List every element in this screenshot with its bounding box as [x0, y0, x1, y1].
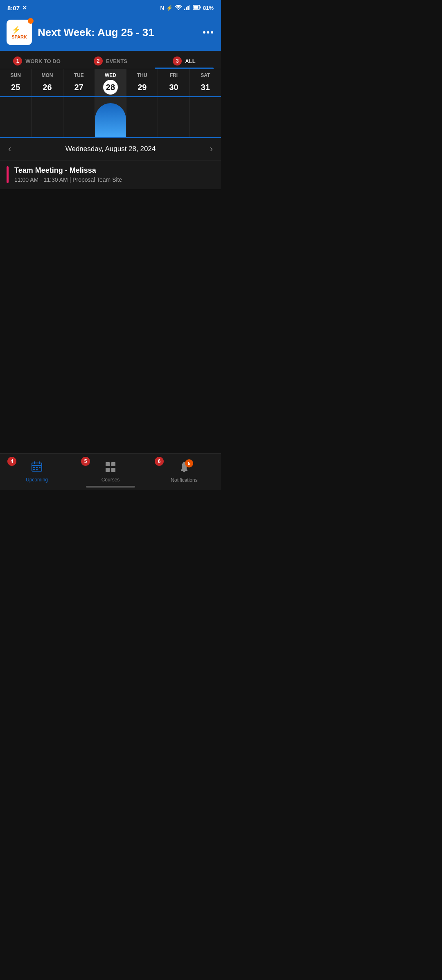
- svg-rect-6: [200, 6, 201, 8]
- cal-day-name-sat: SAT: [201, 72, 210, 78]
- cal-day-num-sat: 31: [198, 80, 213, 95]
- svg-rect-9: [32, 465, 42, 466]
- cal-day-num-thu: 29: [135, 80, 149, 95]
- cal-col-sat[interactable]: SAT 31: [190, 69, 221, 96]
- event-info: Team Meeting - Melissa 11:00 AM - 11:30 …: [14, 166, 122, 183]
- tab-events[interactable]: 2 EVENTS: [74, 52, 147, 69]
- cal-col-tue[interactable]: TUE 27: [63, 69, 95, 96]
- status-icon: ✕: [22, 5, 27, 11]
- chart-col-mon: [32, 97, 63, 137]
- svg-rect-4: [189, 5, 190, 10]
- svg-rect-17: [106, 462, 110, 466]
- cal-day-num-mon: 26: [40, 80, 54, 95]
- svg-rect-20: [111, 468, 115, 472]
- tab-badge-2: 2: [94, 56, 103, 65]
- svg-rect-2: [186, 7, 187, 10]
- wifi-icon: [175, 5, 182, 11]
- calendar-icon: [31, 461, 43, 475]
- svg-rect-15: [33, 469, 35, 470]
- chart-col-sat: [190, 97, 221, 137]
- battery-icon: [193, 5, 201, 11]
- nav-badge-4: 4: [7, 457, 16, 466]
- nav-badge-6: 6: [155, 457, 164, 466]
- cal-day-name-wed: WED: [105, 72, 116, 78]
- signal-icon: [184, 5, 191, 11]
- svg-point-0: [178, 9, 179, 10]
- cal-day-name-thu: THU: [137, 72, 147, 78]
- main-content-area: [0, 189, 221, 345]
- bottom-nav: 4 Upcoming 5: [0, 453, 221, 490]
- tab-badge-1: 1: [13, 56, 22, 65]
- tab-badge-3: 3: [173, 56, 182, 65]
- status-right: N ⚡ 81%: [160, 5, 214, 11]
- status-time: 8:07: [7, 5, 20, 11]
- tab-work-to-do[interactable]: 1 WORK TO DO: [0, 52, 74, 69]
- tab-all-label: ALL: [185, 58, 195, 64]
- event-accent-bar: [7, 166, 9, 183]
- tab-work-label: WORK TO DO: [25, 58, 61, 64]
- cal-col-sun[interactable]: SUN 25: [0, 69, 32, 96]
- cal-col-wed[interactable]: WED 28: [95, 69, 126, 96]
- cal-day-num-sun: 25: [8, 80, 23, 95]
- cal-day-num-wed: 28: [103, 80, 118, 95]
- bell-wrapper: 5: [178, 461, 190, 475]
- svg-point-21: [183, 470, 185, 472]
- event-title: Team Meeting - Melissa: [14, 166, 122, 175]
- cal-col-thu[interactable]: THU 29: [126, 69, 158, 96]
- nav-item-notifications[interactable]: 6 5 Notifications: [147, 454, 221, 490]
- header-title: Next Week: Aug 25 - 31: [38, 26, 197, 39]
- nav-label-upcoming: Upcoming: [26, 477, 48, 483]
- tab-all[interactable]: 3 ALL: [147, 52, 221, 69]
- tab-events-label: EVENTS: [106, 58, 127, 64]
- event-time: 11:00 AM - 11:30 AM | Proposal Team Site: [14, 176, 122, 183]
- calendar-days-row: SUN 25 MON 26 TUE 27 WED 28 THU 29 FRI 3…: [0, 69, 221, 97]
- status-bar: 8:07 ✕ N ⚡: [0, 0, 221, 16]
- logo-notification-dot: [28, 18, 34, 24]
- cal-day-name-fri: FRI: [170, 72, 178, 78]
- app-logo: ⚡ SPARK: [7, 20, 32, 45]
- nav-item-upcoming[interactable]: 4 Upcoming: [0, 454, 74, 490]
- event-card-0[interactable]: Team Meeting - Melissa 11:00 AM - 11:30 …: [0, 160, 221, 189]
- battery-percent: 81%: [203, 5, 214, 11]
- svg-rect-1: [184, 9, 185, 10]
- cal-day-num-fri: 30: [167, 80, 181, 95]
- cal-col-fri[interactable]: FRI 30: [158, 69, 189, 96]
- nav-label-notifications: Notifications: [171, 477, 197, 483]
- tab-bar: 1 WORK TO DO 2 EVENTS 3 ALL: [0, 51, 221, 69]
- chart-col-wed: [95, 97, 126, 137]
- bluetooth-icon: ⚡: [166, 5, 173, 11]
- next-date-button[interactable]: ›: [210, 144, 213, 154]
- svg-rect-16: [36, 469, 38, 470]
- chart-col-sun: [0, 97, 32, 137]
- nav-badge-5: 5: [81, 457, 90, 466]
- nav-item-courses[interactable]: 5 Courses: [74, 454, 147, 490]
- home-indicator: [86, 486, 135, 488]
- nfc-icon: N: [160, 5, 164, 11]
- svg-rect-7: [193, 6, 198, 9]
- notification-count-badge: 5: [185, 459, 193, 467]
- svg-rect-14: [39, 467, 41, 468]
- cal-day-name-mon: MON: [41, 72, 53, 78]
- chart-col-fri: [158, 97, 189, 137]
- cal-day-num-tue: 27: [72, 80, 86, 95]
- chart-col-thu: [126, 97, 158, 137]
- logo-text: SPARK: [11, 34, 27, 39]
- header-menu-button[interactable]: •••: [203, 27, 214, 38]
- svg-rect-12: [33, 467, 35, 468]
- cal-day-name-tue: TUE: [74, 72, 84, 78]
- svg-rect-10: [34, 461, 35, 464]
- calendar-chart: [0, 97, 221, 138]
- current-date-label: Wednesday, August 28, 2024: [65, 145, 156, 153]
- date-navigation: ‹ Wednesday, August 28, 2024 ›: [0, 138, 221, 160]
- svg-rect-18: [111, 462, 115, 466]
- nav-label-courses: Courses: [101, 477, 120, 483]
- courses-icon: [105, 461, 116, 475]
- svg-rect-19: [106, 468, 110, 472]
- app-header: ⚡ SPARK Next Week: Aug 25 - 31 •••: [0, 16, 221, 51]
- cal-col-mon[interactable]: MON 26: [32, 69, 63, 96]
- prev-date-button[interactable]: ‹: [8, 144, 11, 154]
- chart-col-tue: [63, 97, 95, 137]
- svg-rect-11: [39, 461, 40, 464]
- status-left: 8:07 ✕: [7, 5, 27, 11]
- cal-day-name-sun: SUN: [10, 72, 20, 78]
